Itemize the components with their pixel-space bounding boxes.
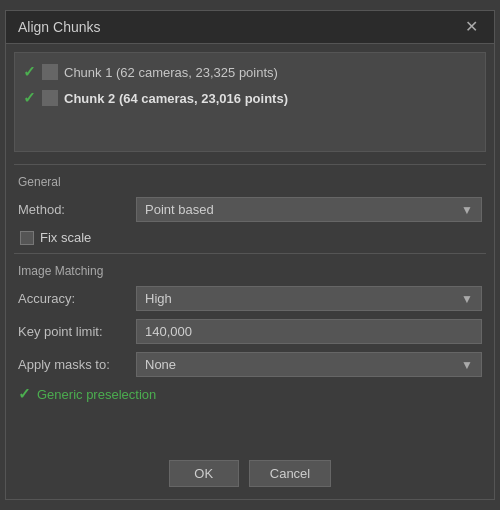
image-matching-form: Accuracy: High ▼ Key point limit: Apply … xyxy=(6,282,494,381)
image-matching-section-title: Image Matching xyxy=(6,258,494,282)
method-value: Point based xyxy=(145,202,214,217)
accuracy-value: High xyxy=(145,291,172,306)
chunk-1-check: ✓ xyxy=(23,63,36,81)
chunk-list: ✓ Chunk 1 (62 cameras, 23,325 points) ✓ … xyxy=(14,52,486,152)
close-button[interactable]: ✕ xyxy=(461,19,482,35)
align-chunks-dialog: Align Chunks ✕ ✓ Chunk 1 (62 cameras, 23… xyxy=(5,10,495,500)
accuracy-dropdown[interactable]: High ▼ xyxy=(136,286,482,311)
separator-2 xyxy=(14,253,486,254)
accuracy-row: Accuracy: High ▼ xyxy=(18,286,482,311)
apply-masks-row: Apply masks to: None ▼ xyxy=(18,352,482,377)
key-point-label: Key point limit: xyxy=(18,324,128,339)
apply-masks-dropdown-arrow: ▼ xyxy=(461,358,473,372)
chunk-item-2[interactable]: ✓ Chunk 2 (64 cameras, 23,016 points) xyxy=(21,85,479,111)
chunk-2-check: ✓ xyxy=(23,89,36,107)
preselection-label: Generic preselection xyxy=(37,387,156,402)
method-row: Method: Point based ▼ xyxy=(18,197,482,222)
fix-scale-row: Fix scale xyxy=(20,230,482,245)
accuracy-dropdown-arrow: ▼ xyxy=(461,292,473,306)
generic-preselection-row[interactable]: ✓ Generic preselection xyxy=(6,381,494,407)
key-point-input[interactable] xyxy=(136,319,482,344)
method-dropdown[interactable]: Point based ▼ xyxy=(136,197,482,222)
preselection-check: ✓ xyxy=(18,385,31,403)
title-bar: Align Chunks ✕ xyxy=(6,11,494,44)
button-row: OK Cancel xyxy=(6,448,494,499)
key-point-row: Key point limit: xyxy=(18,319,482,344)
method-label: Method: xyxy=(18,202,128,217)
method-dropdown-arrow: ▼ xyxy=(461,203,473,217)
separator-1 xyxy=(14,164,486,165)
dialog-title: Align Chunks xyxy=(18,19,101,35)
chunk-2-icon xyxy=(42,90,58,106)
chunk-2-label: Chunk 2 (64 cameras, 23,016 points) xyxy=(64,91,288,106)
fix-scale-label: Fix scale xyxy=(40,230,91,245)
chunk-1-label: Chunk 1 (62 cameras, 23,325 points) xyxy=(64,65,278,80)
apply-masks-dropdown[interactable]: None ▼ xyxy=(136,352,482,377)
chunk-1-icon xyxy=(42,64,58,80)
general-section-title: General xyxy=(6,169,494,193)
cancel-button[interactable]: Cancel xyxy=(249,460,331,487)
fix-scale-checkbox[interactable] xyxy=(20,231,34,245)
apply-masks-value: None xyxy=(145,357,176,372)
chunk-item-1[interactable]: ✓ Chunk 1 (62 cameras, 23,325 points) xyxy=(21,59,479,85)
ok-button[interactable]: OK xyxy=(169,460,239,487)
accuracy-label: Accuracy: xyxy=(18,291,128,306)
general-form: Method: Point based ▼ Fix scale xyxy=(6,193,494,249)
apply-masks-label: Apply masks to: xyxy=(18,357,128,372)
